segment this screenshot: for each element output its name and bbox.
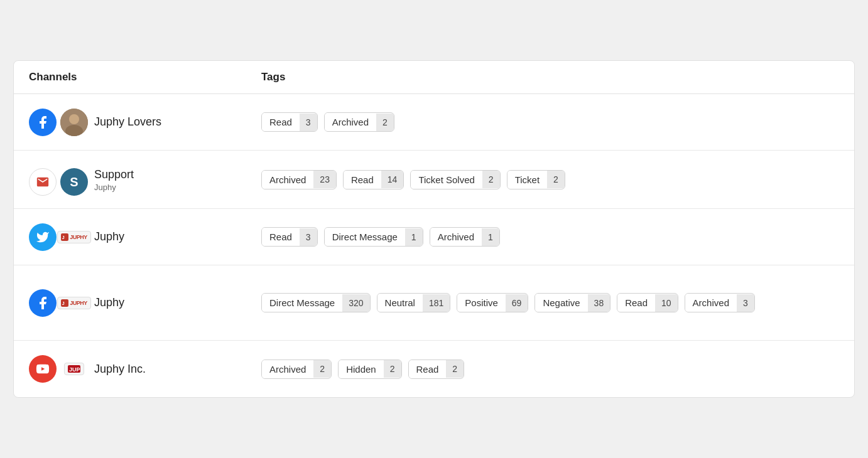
avatar-icon	[60, 109, 88, 136]
tag: Direct Message 1	[324, 227, 423, 247]
facebook-icon	[29, 109, 57, 136]
tag: Ticket 2	[507, 170, 565, 189]
channel-name: Juphy Lovers	[94, 115, 161, 129]
tag: Archived 2	[261, 359, 332, 379]
channel-name: Juphy	[94, 296, 124, 309]
channels-header: Channels	[29, 71, 261, 83]
tag: Archived 1	[430, 227, 500, 247]
gmail-icon	[29, 168, 57, 196]
tag: Ticket Solved 2	[410, 170, 500, 189]
tag: Archived 23	[261, 170, 337, 189]
channel-cell-juphy-twitter: J JUPHY Juphy	[14, 209, 246, 265]
channel-sub: Juphy	[94, 183, 134, 192]
svg-point-1	[69, 114, 79, 124]
channel-icons: J JUPHY	[29, 289, 88, 317]
tag: Read 2	[408, 359, 465, 379]
tags-cell-juphy-inc: Archived 2 Hidden 2 Read 2	[246, 341, 854, 397]
tag: Neutral 181	[377, 293, 451, 312]
juphy-brand-logo: J JUPHY	[60, 228, 88, 246]
tag: Positive 69	[457, 293, 528, 312]
channel-icons: S	[29, 168, 88, 196]
tag: Hidden 2	[338, 359, 401, 379]
tag: Read 3	[261, 227, 318, 247]
channel-cell-juphy-lovers: Juphy Lovers	[14, 94, 246, 150]
table-row: Juphy Lovers Read 3 Archived 2	[14, 94, 854, 151]
svg-text:J: J	[62, 235, 65, 240]
table-row: J JUPHY Juphy Direct Message 320 Neutral…	[14, 265, 854, 341]
juphy-brand-logo: J JUPHY	[60, 294, 88, 312]
channel-icons: JUPHY	[29, 355, 88, 383]
channel-icons: J JUPHY	[29, 223, 88, 251]
table-row: J JUPHY Juphy Read 3 Direct Message 1 Ar…	[14, 209, 854, 265]
s-icon: S	[60, 168, 88, 196]
tags-header: Tags	[261, 71, 839, 83]
tag: Direct Message 320	[261, 293, 371, 312]
twitter-icon	[29, 223, 57, 251]
channel-name: Juphy	[94, 230, 124, 243]
table-row: JUPHY Juphy Inc. Archived 2 Hidden 2 Rea…	[14, 341, 854, 397]
tag: Negative 38	[534, 293, 610, 312]
svg-text:J: J	[62, 301, 65, 306]
tags-cell-support: Archived 23 Read 14 Ticket Solved 2 Tick…	[246, 151, 854, 208]
channel-name: Support	[94, 168, 134, 181]
channel-cell-support: S Support Juphy	[14, 151, 246, 208]
tag: Archived 2	[324, 112, 394, 132]
table-row: S Support Juphy Archived 23 Read 14 Tick…	[14, 151, 854, 209]
channel-cell-juphy-facebook: J JUPHY Juphy	[14, 265, 246, 340]
tags-cell-juphy-facebook: Direct Message 320 Neutral 181 Positive …	[246, 265, 854, 340]
svg-text:JUPHY: JUPHY	[69, 366, 80, 373]
tag: Archived 3	[685, 293, 755, 312]
channels-tags-table: Channels Tags	[13, 60, 855, 398]
tag: Read 14	[343, 170, 404, 189]
channel-icons	[29, 109, 88, 136]
tag: Read 3	[261, 112, 318, 132]
channel-cell-juphy-inc: JUPHY Juphy Inc.	[14, 341, 246, 397]
table-header: Channels Tags	[14, 61, 854, 94]
channel-name: Juphy Inc.	[94, 363, 146, 376]
tags-cell-juphy-twitter: Read 3 Direct Message 1 Archived 1	[246, 209, 854, 265]
channel-name-group: Support Juphy	[94, 168, 134, 192]
juphy-inc-brand-logo: JUPHY	[60, 360, 88, 378]
youtube-icon	[29, 355, 57, 383]
tag: Read 10	[617, 293, 678, 312]
facebook-icon	[29, 289, 57, 317]
tags-cell-juphy-lovers: Read 3 Archived 2	[246, 94, 854, 150]
